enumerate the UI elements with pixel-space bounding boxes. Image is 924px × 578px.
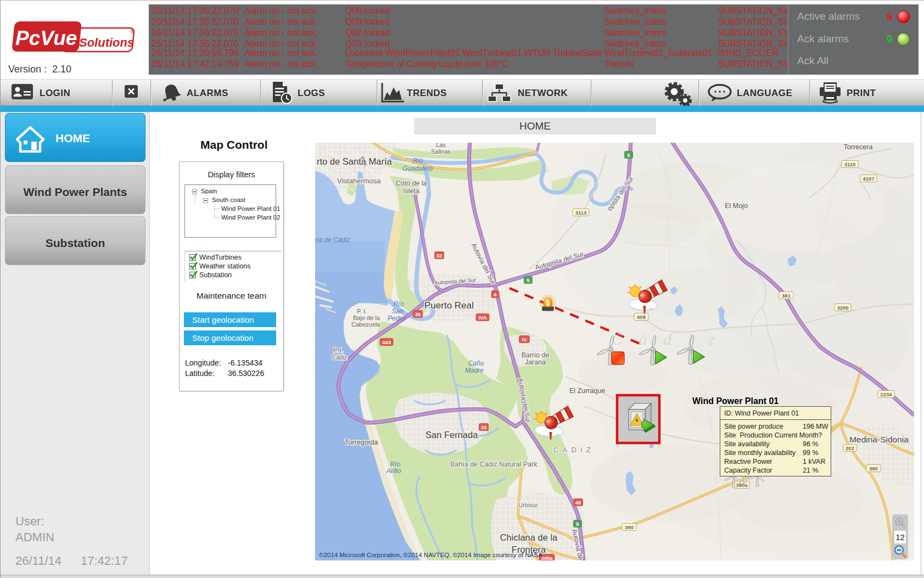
svg-text:Cabezuela: Cabezuela [351, 321, 380, 328]
svg-text:Salinas: Salinas [431, 148, 451, 155]
svg-text:Bahía de Cádiz Natural Park: Bahía de Cádiz Natural Park [450, 461, 537, 468]
svg-text:San Fernada: San Fernada [425, 430, 478, 440]
svg-text:Puerto Real: Puerto Real [424, 300, 474, 311]
svg-text:San: San [391, 307, 404, 315]
svg-text:©2014 Microsoft Corporation, ©: ©2014 Microsoft Corporation, ©2014 NAVTE… [319, 552, 542, 558]
svg-text:340a: 340a [541, 555, 553, 560]
svg-text:Madre: Madre [465, 367, 484, 374]
svg-text:202: 202 [845, 445, 854, 451]
svg-text:Cádiz: Cádiz [332, 354, 347, 361]
svg-text:IV: IV [522, 336, 528, 343]
svg-text:381: 381 [782, 293, 791, 299]
svg-text:C A D I Z: C A D I Z [553, 446, 591, 454]
svg-text:48: 48 [575, 500, 581, 506]
svg-text:Torrecera: Torrecera [844, 143, 873, 151]
svg-text:Las: Las [436, 143, 446, 148]
svg-text:443: 443 [382, 339, 391, 345]
svg-text:5: 5 [527, 277, 530, 283]
svg-text:Arillo: Arillo [386, 467, 401, 475]
svg-text:Vistahermosa: Vistahermosa [337, 177, 381, 185]
svg-text:3113: 3113 [575, 210, 587, 216]
svg-text:Guadalete: Guadalete [402, 165, 433, 172]
svg-text:Coto de la: Coto de la [396, 179, 427, 187]
svg-text:Jarana: Jarana [525, 358, 546, 366]
svg-text:Medina-Sidonia: Medina-Sidonia [849, 435, 909, 444]
svg-text:5: 5 [576, 521, 579, 527]
svg-text:Caño: Caño [468, 360, 484, 367]
svg-text:5: 5 [627, 152, 630, 158]
svg-text:El Mojo: El Mojo [725, 202, 748, 210]
svg-text:33: 33 [481, 424, 487, 430]
svg-text:408: 408 [637, 314, 646, 320]
svg-text:C á d i z: C á d i z [612, 330, 721, 348]
svg-text:Río: Río [413, 157, 423, 165]
svg-text:hía de Cádiz: hía de Cádiz [315, 236, 350, 244]
svg-text:El Zurraque: El Zurraque [569, 387, 605, 395]
svg-text:390: 390 [625, 524, 634, 530]
svg-text:3110: 3110 [844, 161, 856, 167]
svg-text:4107: 4107 [863, 176, 874, 182]
svg-text:Pedro: Pedro [388, 315, 405, 322]
svg-text:Urbisur: Urbisur [518, 502, 538, 508]
svg-text:Solutions: Solutions [79, 36, 134, 49]
svg-text:Bajo de la: Bajo de la [353, 315, 380, 321]
svg-text:Torregorda: Torregorda [345, 439, 378, 446]
svg-text:3200: 3200 [837, 305, 848, 311]
svg-text:2234: 2234 [880, 391, 892, 397]
svg-text:rto de Santa María: rto de Santa María [317, 156, 392, 166]
svg-text:390: 390 [869, 465, 878, 472]
svg-text:P. I.: P. I. [357, 308, 367, 315]
svg-text:Chiclana de la: Chiclana de la [500, 532, 558, 542]
svg-text:P. I.: P. I. [333, 347, 343, 353]
svg-text:32: 32 [436, 252, 443, 259]
svg-text:35: 35 [415, 311, 421, 317]
svg-text:Isleta: Isleta [403, 187, 419, 195]
svg-text:Barrio de: Barrio de [522, 351, 550, 359]
svg-text:PcVue: PcVue [15, 27, 77, 49]
svg-text:®: ® [131, 29, 135, 35]
svg-text:IVA: IVA [478, 315, 486, 321]
svg-text:4: 4 [494, 291, 497, 298]
svg-text:Río: Río [394, 300, 404, 308]
